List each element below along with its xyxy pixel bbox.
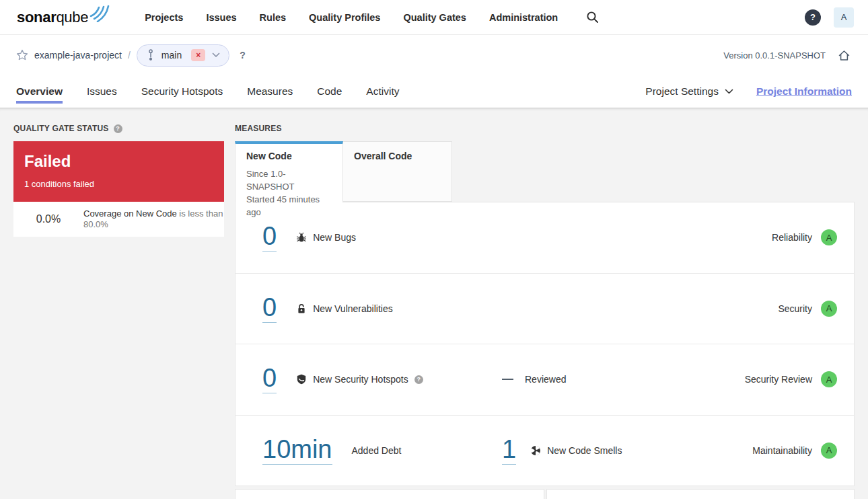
topnav-right: ? A (805, 7, 854, 28)
logo-text: sonarqube (17, 9, 88, 26)
avatar[interactable]: A (834, 7, 854, 28)
coverage-card-partial (235, 489, 544, 499)
security-review-rating-group: Security Review A (745, 371, 837, 387)
quality-gate-help-icon[interactable]: ? (114, 124, 122, 133)
search-icon[interactable] (586, 11, 599, 24)
sonarqube-logo[interactable]: sonarqube (17, 3, 111, 32)
new-code-smells-label: New Code Smells (547, 445, 622, 456)
chevron-down-icon (212, 52, 220, 58)
breadcrumb-project-link[interactable]: example-java-project (34, 50, 122, 61)
breadcrumb-right: Version 0.0.1-SNAPSHOT (723, 49, 851, 62)
project-tabs: Overview Issues Security Hotspots Measur… (16, 75, 399, 108)
quality-gate-section-title: QUALITY GATE STATUS ? (13, 124, 122, 133)
quality-gate-status: Failed (24, 153, 213, 170)
tab-measures[interactable]: Measures (247, 75, 293, 108)
quality-gate-title-text: QUALITY GATE STATUS (13, 124, 109, 133)
nav-issues[interactable]: Issues (206, 12, 236, 23)
nav-projects[interactable]: Projects (145, 12, 183, 23)
measures-section-title: MEASURES (235, 124, 282, 133)
branch-name: main (161, 50, 182, 61)
nav-quality-profiles[interactable]: Quality Profiles (309, 12, 380, 23)
added-debt-link[interactable]: 10min (262, 436, 332, 465)
branch-help-icon[interactable]: ? (240, 50, 246, 61)
home-icon[interactable] (838, 49, 851, 62)
new-code-smells-group: 1 New Code Smells (502, 436, 622, 465)
duplications-card-partial (546, 489, 855, 499)
bug-icon (296, 232, 307, 243)
logo-swoosh-icon (89, 3, 111, 22)
breadcrumb: example-java-project / main × ? Version … (0, 35, 868, 75)
project-tabs-bar: Overview Issues Security Hotspots Measur… (0, 75, 868, 108)
measures-panel: 0 New Bugs Reliability A (235, 202, 855, 486)
branch-icon (147, 48, 155, 62)
added-debt-label-group: Added Debt (352, 445, 402, 456)
tab-activity[interactable]: Activity (366, 75, 399, 108)
security-rating-badge: A (821, 301, 837, 317)
measure-row-security: 0 New Vulnerabilities Security A (236, 274, 854, 345)
new-code-started: Started 45 minutes ago (246, 193, 332, 219)
project-settings-label: Project Settings (645, 85, 719, 98)
breadcrumb-separator: / (128, 50, 131, 61)
new-vulnerabilities-label-group: New Vulnerabilities (296, 303, 393, 314)
new-code-tab-label: New Code (246, 151, 332, 161)
maintainability-rating-badge: A (821, 443, 837, 459)
security-rating-group: Security A (778, 301, 837, 317)
quality-gate-status-banner: Failed 1 conditions failed (13, 141, 224, 202)
new-bugs-count-link[interactable]: 0 (262, 223, 277, 252)
lock-icon (296, 303, 307, 314)
help-icon[interactable]: ? (805, 9, 821, 26)
new-vulnerabilities-count-link[interactable]: 0 (262, 295, 277, 323)
new-code-since: Since 1.0-SNAPSHOT (246, 167, 332, 193)
security-label: Security (778, 303, 812, 314)
nav-quality-gates[interactable]: Quality Gates (403, 12, 466, 23)
new-security-hotspots-label-group: New Security Hotspots ? (296, 374, 423, 385)
project-settings-dropdown[interactable]: Project Settings (645, 85, 733, 98)
project-information-link[interactable]: Project Information (756, 85, 852, 98)
reliability-rating-group: Reliability A (772, 229, 837, 245)
main-menu: Projects Issues Rules Quality Profiles Q… (145, 12, 558, 23)
new-security-hotspots-count-link[interactable]: 0 (262, 365, 277, 393)
tab-code[interactable]: Code (317, 75, 342, 108)
new-code-smells-count-link[interactable]: 1 (502, 436, 516, 465)
measures-tabs: New Code Since 1.0-SNAPSHOT Started 45 m… (235, 141, 452, 202)
measures-title-text: MEASURES (235, 124, 282, 133)
chevron-down-icon (725, 89, 733, 95)
new-vulnerabilities-label: New Vulnerabilities (313, 303, 393, 314)
reliability-label: Reliability (772, 232, 812, 243)
added-debt-label: Added Debt (352, 445, 402, 456)
condition-metric: Coverage on New Code (83, 208, 177, 219)
tab-issues[interactable]: Issues (87, 75, 117, 108)
new-bugs-label: New Bugs (313, 232, 356, 243)
new-code-period: Since 1.0-SNAPSHOT Started 45 minutes ag… (246, 167, 332, 219)
reviewed-group: Reviewed (502, 374, 566, 385)
tab-overall-code[interactable]: Overall Code (343, 141, 452, 202)
hotspots-help-icon[interactable]: ? (414, 375, 423, 384)
measure-row-security-review: 0 New Security Hotspots ? Reviewed Secur… (236, 344, 854, 416)
maintainability-rating-group: Maintainability A (752, 443, 837, 459)
reliability-rating-badge: A (821, 229, 837, 245)
tab-overview[interactable]: Overview (16, 75, 63, 108)
code-smell-icon (530, 445, 541, 456)
quality-gate-conditions-summary: 1 conditions failed (24, 179, 213, 189)
close-icon[interactable]: × (191, 49, 205, 61)
security-review-rating-badge: A (821, 371, 837, 387)
project-version: Version 0.0.1-SNAPSHOT (723, 50, 826, 61)
reviewed-label: Reviewed (525, 374, 566, 385)
condition-value[interactable]: 0.0% (13, 213, 83, 225)
security-review-label: Security Review (745, 374, 812, 385)
overall-code-tab-label: Overall Code (354, 151, 441, 161)
top-navigation: sonarqube Projects Issues Rules Quality … (0, 0, 868, 35)
reviewed-dash (502, 379, 513, 380)
new-bugs-label-group: New Bugs (296, 232, 356, 243)
new-security-hotspots-label: New Security Hotspots (313, 374, 408, 385)
branch-selector[interactable]: main × (137, 44, 229, 67)
tab-new-code[interactable]: New Code Since 1.0-SNAPSHOT Started 45 m… (235, 141, 343, 202)
tabsbar-right: Project Settings Project Information (645, 85, 852, 98)
favorite-star-icon[interactable] (16, 49, 28, 61)
shield-icon (296, 374, 307, 385)
nav-administration[interactable]: Administration (489, 12, 558, 23)
quality-gate-condition-row[interactable]: 0.0% Coverage on New Code is less than 8… (13, 202, 224, 237)
nav-rules[interactable]: Rules (260, 12, 287, 23)
tab-security-hotspots[interactable]: Security Hotspots (141, 75, 223, 108)
measure-row-maintainability: 10min Added Debt 1 New Code Smells Maint… (236, 416, 854, 486)
